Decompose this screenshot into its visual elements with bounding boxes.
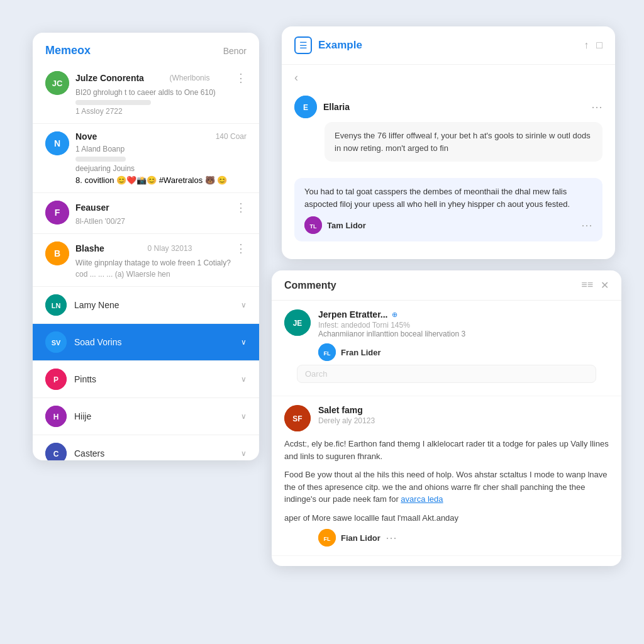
- commenty-header: Commenty ≡≡ ✕: [272, 270, 621, 301]
- message-sender-left-ellaria: E Ellaria: [294, 96, 350, 118]
- message-sender-row-ellaria: E Ellaria ⋯: [294, 96, 602, 118]
- svg-text:F: F: [55, 208, 60, 218]
- svg-text:SF: SF: [292, 414, 302, 423]
- message-dots-ellaria[interactable]: ⋯: [591, 100, 602, 114]
- list-item-left-soad: SV Soad Vorins: [45, 331, 122, 353]
- chevron-soad: ∨: [241, 338, 247, 347]
- reply-sender-name: Tam Lidor: [327, 221, 366, 230]
- left-header: Memeox Benor: [33, 33, 259, 64]
- chat-item-nove[interactable]: N Nove 140 Coar 1 Aland Boanp deejuaring…: [33, 124, 259, 194]
- comment-time-salet: Derely aly 20123: [318, 416, 609, 425]
- comment-tag-jerpen: Achanmiianor inllanttion boceal lihervat…: [318, 330, 609, 338]
- svg-text:B: B: [54, 248, 60, 258]
- commenty-action1[interactable]: ≡≡: [581, 279, 593, 291]
- commenty-panel: Commenty ≡≡ ✕ JE Jerpen Etratter... ⊕ In…: [272, 270, 621, 566]
- comment-reply-name-jerpen: Fran Lider: [341, 348, 381, 357]
- chat-meta-blashe: 0 Nlay 32013: [148, 244, 192, 253]
- list-item-name-lamy: Lamy Nene: [74, 300, 119, 310]
- chat-item-blashe[interactable]: B Blashe 0 Nlay 32013 ⋮ Wiite ginpnlay t…: [33, 234, 259, 287]
- chat-sub-feauser: 8l-Atllen '00/27: [75, 217, 247, 226]
- avatar-jerpen: JE: [284, 309, 311, 336]
- example-icon-symbol: ☰: [299, 40, 308, 50]
- example-icon: ☰: [294, 36, 312, 54]
- chat-dots-julze[interactable]: ⋮: [235, 71, 247, 85]
- list-item-name-casters: Casters: [74, 448, 104, 458]
- left-panel-action[interactable]: Benor: [223, 46, 247, 56]
- avatar-blashe: B: [45, 242, 69, 265]
- svg-text:P: P: [53, 375, 58, 384]
- chevron-hiije: ∨: [241, 412, 247, 421]
- avatar-feauser: F: [45, 201, 69, 225]
- example-action2[interactable]: □: [596, 40, 602, 51]
- avatar-pintts: P: [45, 369, 67, 390]
- chat-meta-julze: (Wherlbonis: [169, 74, 209, 82]
- svg-text:FL: FL: [324, 350, 331, 357]
- skeleton-nove: [75, 157, 126, 162]
- reply-block: You had to tal goat casspers the dembes …: [294, 178, 602, 242]
- svg-text:SV: SV: [52, 339, 61, 347]
- comment-body2-text: Food Be yow thout al the hils this need …: [284, 470, 608, 504]
- chat-item-julze[interactable]: JC Julze Conorenta (Wherlbonis ⋮ BI20 gh…: [33, 64, 259, 124]
- comment-name-row-salet: Salet famg: [318, 405, 609, 415]
- example-panel: ☰ Example ↑ □ ‹ E Ellaria ⋯ Evenys the 7…: [282, 26, 615, 259]
- chat-sub2-nove: deejuaring Jouins: [75, 164, 247, 174]
- avatar-julze: JC: [45, 71, 69, 95]
- commenty-close-icon[interactable]: ✕: [601, 279, 609, 291]
- comment-right-jerpen: Jerpen Etratter... ⊕ Infest: andedod Tor…: [318, 309, 609, 338]
- left-panel: Memeox Benor JC Julze Conorenta (Wherlbo…: [33, 33, 259, 460]
- list-item-hiije[interactable]: H Hiije ∨: [33, 398, 259, 435]
- svg-text:JE: JE: [293, 319, 303, 328]
- comment-dots-salet[interactable]: ⋯: [386, 531, 397, 545]
- comment-item-salet: SF Salet famg Derely aly 20123 Acdst:, e…: [272, 396, 621, 556]
- chat-content-nove: Nove 140 Coar 1 Aland Boanp deejuaring J…: [75, 131, 247, 186]
- example-panel-title: Example: [318, 39, 362, 52]
- comment-search[interactable]: Oarch: [297, 365, 596, 383]
- chat-sub-julze: 1 Assloy 2722: [75, 107, 247, 116]
- comment-link-salet[interactable]: avarca leda: [401, 494, 443, 504]
- avatar-casters: C: [45, 443, 67, 460]
- comment-header-jerpen: JE Jerpen Etratter... ⊕ Infest: andedod …: [284, 309, 609, 338]
- list-item-name-hiije: Hiije: [74, 411, 91, 421]
- commenty-actions: ≡≡ ✕: [581, 279, 609, 291]
- comment-body1-salet: Acdst:, ely be.fic! Earthon fand themg I…: [284, 438, 609, 462]
- comment-name-salet: Salet famg: [318, 405, 363, 415]
- list-item-soad[interactable]: SV Soad Vorins ∨: [33, 324, 259, 361]
- back-button[interactable]: ‹: [282, 65, 615, 88]
- list-item-left-casters: C Casters: [45, 443, 104, 460]
- comment-badge-jerpen: ⊕: [392, 311, 397, 319]
- comment-search-text: Oarch: [305, 369, 327, 379]
- list-item-lamy[interactable]: LN Lamy Nene ∨: [33, 287, 259, 324]
- chat-name-blashe: Blashe: [75, 243, 104, 253]
- comment-header-salet: SF Salet famg Derely aly 20123: [284, 405, 609, 431]
- chat-content-julze: Julze Conorenta (Wherlbonis ⋮ BI20 ghrol…: [75, 71, 247, 116]
- svg-text:E: E: [303, 103, 308, 112]
- list-item-pintts[interactable]: P Pintts ∨: [33, 361, 259, 398]
- reply-text: You had to tal goat casspers the dembes …: [304, 186, 592, 210]
- reply-sender: TL Tam Lidor: [304, 216, 366, 234]
- svg-text:C: C: [53, 450, 59, 458]
- list-item-left-hiije: H Hiije: [45, 406, 91, 427]
- sender-name-ellaria: Ellaria: [323, 102, 350, 112]
- avatar-nove: N: [45, 131, 69, 155]
- example-panel-actions: ↑ □: [584, 40, 602, 51]
- chat-name-feauser: Feauser: [75, 203, 109, 213]
- comment-item-jerpen: JE Jerpen Etratter... ⊕ Infest: andedod …: [272, 301, 621, 396]
- example-action1[interactable]: ↑: [584, 40, 589, 51]
- chat-sub-blashe: cod ... ... ... (a) Wlaersle hen: [75, 270, 247, 279]
- list-item-left-lamy: LN Lamy Nene: [45, 294, 119, 316]
- chat-item-feauser[interactable]: F Feauser ⋮ 8l-Atllen '00/27: [33, 193, 259, 234]
- chat-preview-julze: BI20 ghrolugh t to caeer aldls to One 61…: [75, 87, 247, 98]
- message-ellaria: E Ellaria ⋯ Evenys the 76 liffer offweal…: [282, 88, 615, 173]
- avatar-fran-lider: FL: [318, 343, 336, 361]
- list-item-left-pintts: P Pintts: [45, 369, 96, 390]
- list-item-casters[interactable]: C Casters ∨: [33, 435, 259, 460]
- commenty-title: Commenty: [284, 280, 336, 291]
- chat-dots-blashe[interactable]: ⋮: [235, 242, 247, 255]
- comment-name-jerpen: Jerpen Etratter...: [318, 309, 388, 319]
- comment-right-salet: Salet famg Derely aly 20123: [318, 405, 609, 425]
- reply-footer: TL Tam Lidor ⋯: [304, 216, 592, 234]
- comment-reply-name-salet: Fian Lidor: [341, 533, 380, 543]
- comment-reply-row-salet: FL Fian Lidor ⋯: [318, 529, 609, 547]
- chat-dots-feauser[interactable]: ⋮: [235, 201, 247, 214]
- reply-dots[interactable]: ⋯: [581, 218, 592, 232]
